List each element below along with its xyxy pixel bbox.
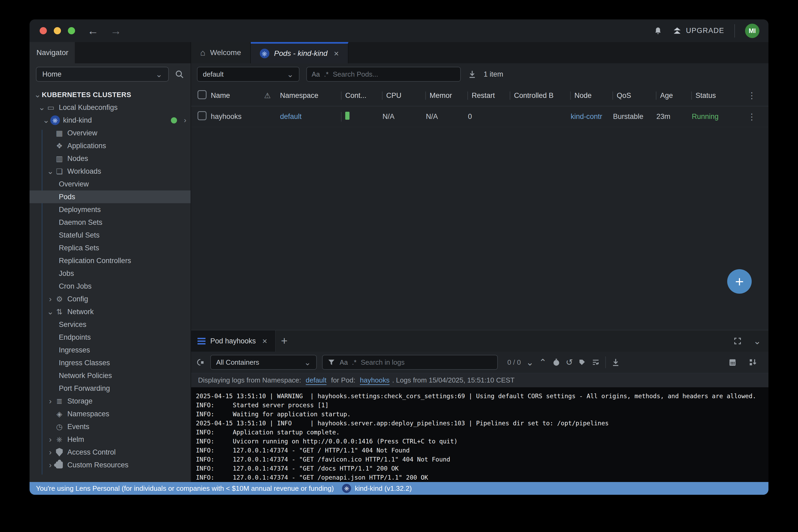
sidebar-item-custom-resources[interactable]: › Custom Resources (30, 459, 190, 471)
chevron-down-icon[interactable]: ⌄ (38, 103, 46, 111)
column-node[interactable]: Node (570, 92, 612, 100)
sidebar-item-overview[interactable]: Overview (30, 178, 190, 190)
sidebar-item-events[interactable]: ◷ Events (30, 420, 190, 433)
sidebar-item-overview[interactable]: ▦ Overview (30, 127, 190, 139)
chevron-right-icon[interactable]: › (46, 448, 55, 456)
previous-match-icon[interactable]: ⌃ (539, 360, 547, 365)
chevron-down-icon[interactable]: ⌄ (42, 116, 50, 124)
table-row[interactable]: hayhooks default N/A N/A 0 kind-contr Bu… (191, 107, 768, 127)
show-previous-logs-icon[interactable]: ↺ (566, 357, 573, 367)
warning-column-icon[interactable]: ⚠ (263, 91, 279, 100)
scroll-to-bottom-icon[interactable] (748, 358, 757, 367)
filter-icon[interactable] (328, 358, 335, 366)
header-kebab-menu-icon[interactable]: ⋮ (735, 91, 768, 100)
row-kebab-menu-icon[interactable]: ⋮ (735, 112, 768, 122)
chevron-right-icon[interactable]: › (46, 295, 55, 303)
search-icon[interactable] (174, 70, 184, 79)
sidebar-item-replication-controllers[interactable]: Replication Controllers (30, 254, 190, 267)
tab-pods-kind-kind[interactable]: ⎈ Pods - kind-kind × (251, 42, 349, 63)
sidebar-item-local-kubeconfigs[interactable]: ⌄ ▭ Local Kubeconfigs (30, 101, 190, 114)
sidebar-item-kind-kind[interactable]: ⌄ ⎈ kind-kind › (30, 114, 190, 127)
sidebar-item-network-policies[interactable]: Network Policies (30, 369, 190, 382)
sidebar-item-helm[interactable]: › ⎈ Helm (30, 433, 190, 446)
row-checkbox[interactable] (191, 111, 210, 122)
sidebar-item-ingress-classes[interactable]: Ingress Classes (30, 357, 190, 369)
chevron-down-icon[interactable]: ⌄ (46, 167, 55, 175)
namespace-link[interactable]: default (280, 113, 301, 120)
scope-select[interactable]: Home ⌄ (36, 67, 169, 82)
show-timestamps-icon[interactable] (552, 358, 561, 366)
sidebar-item-endpoints[interactable]: Endpoints (30, 331, 190, 344)
match-case-toggle[interactable]: Aa (312, 71, 320, 78)
chevron-right-icon[interactable]: › (184, 116, 186, 125)
chevron-right-icon[interactable]: › (46, 461, 55, 469)
pods-search-input[interactable] (333, 70, 456, 78)
back-button[interactable]: ← (87, 24, 98, 37)
user-avatar[interactable]: MI (745, 24, 759, 38)
dock-tab-pod-hayhooks[interactable]: Pod hayhooks × (191, 330, 276, 352)
regex-toggle[interactable]: .* (324, 71, 329, 78)
sidebar-item-pods[interactable]: Pods (30, 190, 190, 203)
chevron-down-icon[interactable]: ⌄ (33, 91, 42, 99)
download-logs-icon[interactable] (611, 358, 620, 367)
sidebar-item-storage[interactable]: › ≣ Storage (30, 395, 190, 407)
regex-toggle[interactable]: .* (352, 359, 357, 366)
chevron-down-icon[interactable]: ⌄ (46, 308, 55, 316)
sidebar-item-workloads[interactable]: ⌄ ❏ Workloads (30, 165, 190, 178)
active-cluster-status[interactable]: ⎈ kind-kind (v1.32.2) (342, 484, 412, 493)
sidebar-item-network[interactable]: ⌄ ⇅ Network (30, 305, 190, 318)
sidebar-item-ingresses[interactable]: Ingresses (30, 344, 190, 357)
chevron-right-icon[interactable]: › (46, 397, 55, 405)
node-link[interactable]: kind-contr (571, 113, 602, 120)
column-name[interactable]: Name (210, 92, 263, 100)
chevron-right-icon[interactable]: › (46, 435, 55, 443)
sidebar-item-deployments[interactable]: Deployments (30, 203, 190, 216)
containers-select[interactable]: All Containers ⌄ (210, 355, 317, 370)
column-status[interactable]: Status (691, 92, 735, 100)
forward-button[interactable]: → (110, 24, 122, 37)
sidebar-item-daemon-sets[interactable]: Daemon Sets (30, 216, 190, 229)
sidebar-item-kubernetes-clusters[interactable]: ⌄ KUBERNETES CLUSTERS (30, 88, 190, 101)
tag-icon[interactable] (578, 358, 586, 366)
column-restarts[interactable]: Restart (467, 92, 510, 100)
wrap-lines-icon[interactable] (591, 358, 600, 366)
license-notice[interactable]: You're using Lens Personal (for individu… (36, 484, 334, 493)
namespace-link[interactable]: default (306, 376, 327, 384)
close-window-button[interactable] (40, 27, 47, 34)
sidebar-item-access-control[interactable]: › Access Control (30, 446, 190, 459)
close-dock-tab-icon[interactable]: × (262, 336, 267, 346)
sidebar-item-cron-jobs[interactable]: Cron Jobs (30, 280, 190, 292)
logs-search-input[interactable] (361, 358, 493, 366)
maximize-dock-icon[interactable] (733, 337, 742, 345)
column-namespace[interactable]: Namespace (279, 92, 341, 100)
select-all-checkbox[interactable] (191, 90, 210, 101)
add-resource-fab[interactable]: + (727, 269, 752, 294)
match-case-toggle[interactable]: Aa (340, 359, 348, 366)
column-age[interactable]: Age (656, 92, 691, 100)
upgrade-button[interactable]: UPGRADE (673, 26, 724, 35)
notifications-bell-icon[interactable] (653, 26, 663, 35)
close-tab-icon[interactable]: × (334, 49, 339, 58)
sidebar-item-jobs[interactable]: Jobs (30, 267, 190, 280)
minimize-window-button[interactable] (54, 27, 61, 34)
next-match-icon[interactable]: ⌄ (526, 360, 534, 365)
column-qos[interactable]: QoS (612, 92, 656, 100)
sidebar-item-services[interactable]: Services (30, 318, 190, 331)
jump-to-container-icon[interactable] (197, 358, 205, 366)
namespace-select[interactable]: default ⌄ (197, 67, 299, 82)
sidebar-item-stateful-sets[interactable]: Stateful Sets (30, 229, 190, 242)
sidebar-item-port-forwarding[interactable]: Port Forwarding (30, 382, 190, 395)
new-dock-tab-button[interactable]: + (281, 335, 288, 347)
sidebar-item-replica-sets[interactable]: Replica Sets (30, 242, 190, 254)
pod-link[interactable]: hayhooks (360, 376, 389, 384)
sidebar-item-config[interactable]: › ⚙ Config (30, 292, 190, 305)
sidebar-item-nodes[interactable]: ▥ Nodes (30, 152, 190, 165)
collapse-dock-icon[interactable]: ⌄ (754, 338, 761, 344)
column-controlled-by[interactable]: Controlled B (510, 92, 570, 100)
column-memory[interactable]: Memor (425, 92, 467, 100)
tab-welcome[interactable]: ⌂ Welcome (191, 42, 251, 63)
sidebar-item-namespaces[interactable]: ◈ Namespaces (30, 407, 190, 420)
column-cpu[interactable]: CPU (382, 92, 425, 100)
download-icon[interactable] (468, 70, 477, 79)
maximize-window-button[interactable] (68, 27, 75, 34)
